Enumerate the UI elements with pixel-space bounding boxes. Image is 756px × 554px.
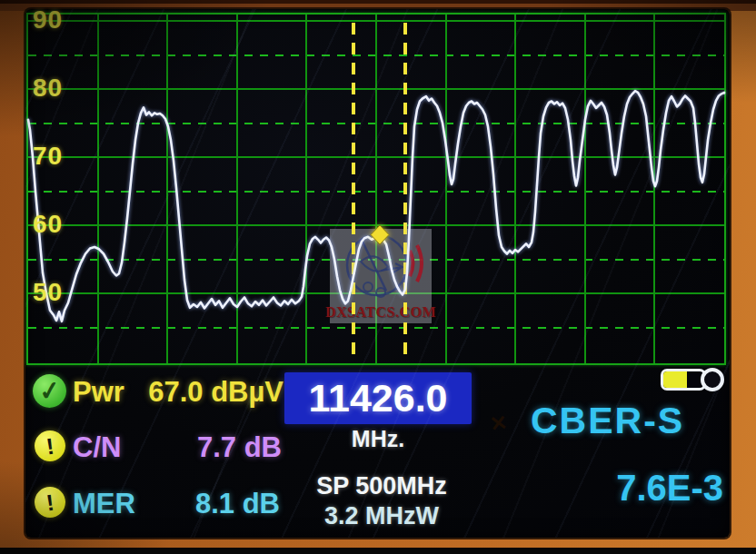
mer-value: 8.1 dB: [127, 488, 280, 520]
y-axis-label: 60: [33, 210, 87, 237]
cber-label: CBER-S: [531, 400, 684, 442]
battery-body: [661, 369, 706, 391]
pwr-value: 67.0 dBµV: [127, 376, 284, 409]
spectrum-plot: 9080706050 DXSATCS.COM: [26, 13, 726, 365]
span-readout: SP 500MHz: [300, 472, 463, 500]
spectrum-trace: [28, 91, 724, 322]
pwr-label: Pwr: [73, 376, 124, 409]
frequency-value: 11426.0: [308, 376, 447, 420]
cn-warning-icon: !: [35, 430, 65, 461]
spectrum-trace-svg: [28, 15, 724, 363]
cber-value: 7.6E-3: [591, 468, 723, 509]
cn-label: C/N: [73, 431, 121, 464]
y-axis-label: 80: [33, 74, 87, 101]
photo-bottom-edge: [0, 548, 756, 554]
cber-cross-icon: ✕: [483, 408, 514, 439]
plot-grid-area: 9080706050 DXSATCS.COM: [28, 15, 724, 363]
marker-diamond-icon: [371, 225, 389, 244]
battery-terminal: [701, 368, 724, 391]
y-axis-label: 90: [33, 5, 87, 33]
battery-fill: [663, 371, 687, 388]
mer-warning-icon: !: [35, 487, 65, 518]
y-axis-label: 50: [33, 278, 87, 305]
cn-value: 7.7 dB: [127, 431, 282, 464]
pwr-ok-check-icon: ✓: [33, 374, 66, 408]
battery-icon: [661, 367, 724, 392]
mer-label: MER: [73, 488, 135, 520]
bandwidth-readout: 3.2 MHzW: [300, 502, 463, 530]
frequency-unit: MHz.: [284, 426, 472, 452]
y-axis-label: 70: [33, 142, 87, 169]
frequency-display: 11426.0: [284, 372, 472, 424]
